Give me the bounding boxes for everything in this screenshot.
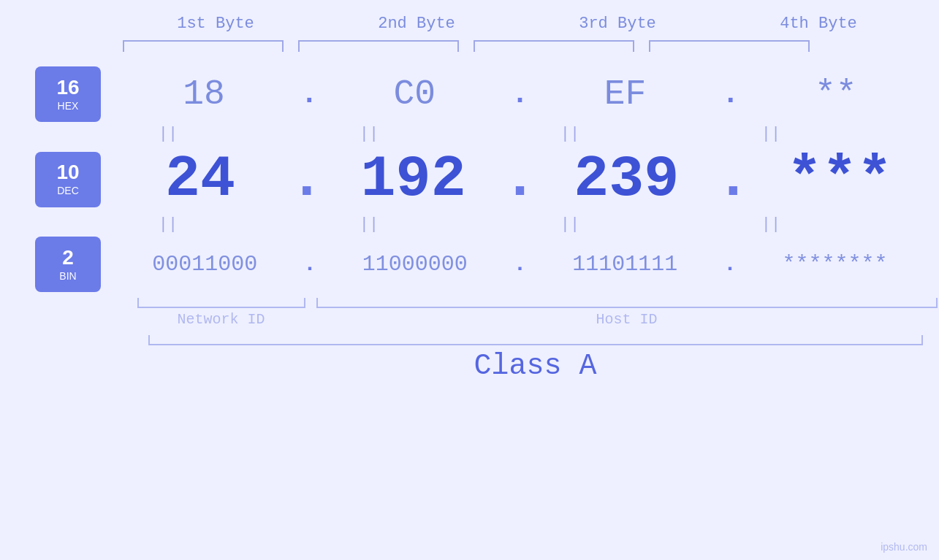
top-bracket-1 [123,40,284,52]
hex-dot1: . [300,78,318,111]
dec-dot3: . [715,146,750,212]
main-container: 1st Byte 2nd Byte 3rd Byte 4th Byte 16 H… [0,0,939,560]
header-byte3: 3rd Byte [537,15,698,33]
top-bracket-2 [298,40,459,52]
hex-badge-label: HEX [58,100,79,112]
eq1-b3: || [490,125,650,143]
host-id-section: Host ID [316,298,938,328]
bin-byte2: 11000000 [335,252,495,277]
bin-byte3: 11101111 [544,252,705,277]
dec-byte4: *** [759,146,920,212]
hex-dot3: . [722,78,740,111]
dec-badge: 10 DEC [35,152,101,207]
hex-row: 16 HEX 18 . C0 . EF . ** [0,66,939,122]
hex-byte4: ** [756,74,916,114]
bin-dot1: . [303,252,316,277]
hex-byte3: EF [545,74,706,114]
equals-row-1: || || || || [68,125,872,143]
dec-dot2: . [502,146,537,212]
top-brackets [115,40,919,52]
network-id-label: Network ID [177,311,265,328]
hex-byte1: 18 [123,74,284,114]
eq1-b2: || [289,125,449,143]
top-bracket-4 [649,40,810,52]
bottom-brackets-container: Network ID Host ID [134,298,938,328]
hex-values-row: 18 . C0 . EF . ** [101,74,939,114]
eq1-b1: || [88,125,248,143]
eq2-b2: || [289,215,449,234]
watermark: ipshu.com [881,541,927,553]
host-id-label: Host ID [596,311,657,328]
class-label: Class A [148,350,923,383]
eq1-b4: || [691,125,851,143]
header-byte4: 4th Byte [738,15,899,33]
byte-headers: 1st Byte 2nd Byte 3rd Byte 4th Byte [115,15,919,33]
network-bracket [137,298,305,308]
hex-byte2: C0 [334,74,495,114]
equals-row-2: || || || || [68,215,872,234]
eq2-b3: || [490,215,650,234]
dec-badge-number: 10 [56,162,79,183]
host-bracket [316,298,938,308]
dec-byte1: 24 [120,146,281,212]
dec-byte3: 239 [546,146,707,212]
bin-dot3: . [723,252,737,277]
bin-values-row: 00011000 . 11000000 . 11101111 . *******… [101,252,939,277]
bin-byte1: 00011000 [124,252,285,277]
full-bracket [148,335,923,345]
bin-byte4: ******** [755,252,916,277]
top-bracket-3 [474,40,634,52]
hex-dot2: . [511,78,528,111]
hex-badge-number: 16 [56,77,79,98]
header-byte2: 2nd Byte [336,15,497,33]
bin-dot2: . [513,252,526,277]
bin-badge-number: 2 [62,248,74,268]
bin-badge-label: BIN [59,270,76,282]
dec-dot1: . [289,146,324,212]
eq2-b1: || [88,215,248,234]
dec-values-row: 24 . 192 . 239 . *** [101,146,939,212]
header-byte1: 1st Byte [135,15,296,33]
network-id-section: Network ID [134,298,309,328]
class-section: Class A [148,335,923,383]
dec-byte2: 192 [333,146,494,212]
bin-row: 2 BIN 00011000 . 11000000 . 11101111 . *… [0,237,939,292]
dec-badge-label: DEC [57,185,79,196]
hex-badge: 16 HEX [35,66,101,122]
eq2-b4: || [691,215,851,234]
bin-badge: 2 BIN [35,237,101,292]
dec-row: 10 DEC 24 . 192 . 239 . *** [0,146,939,212]
